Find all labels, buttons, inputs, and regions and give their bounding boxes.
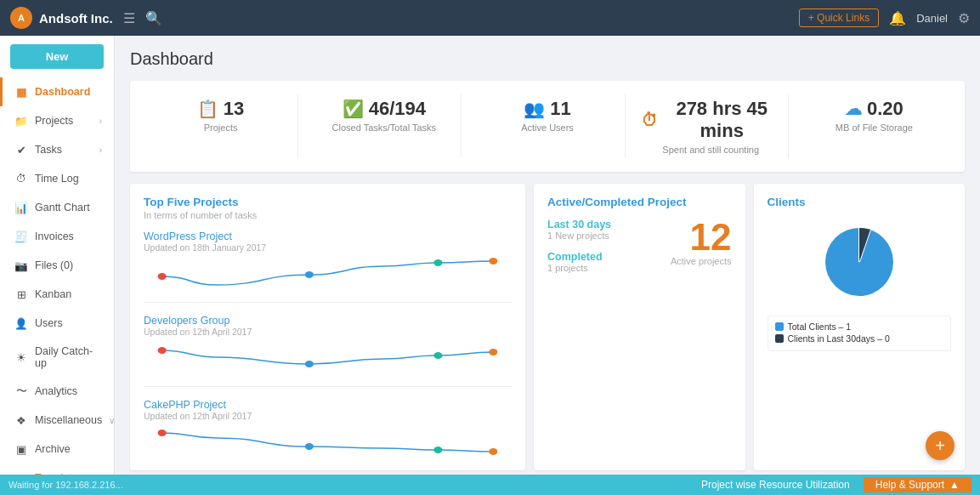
sidebar-label-analytics: Analytics xyxy=(35,385,77,397)
brand-icon: A xyxy=(10,7,32,29)
top-projects-panel: Top Five Projects In terms of number of … xyxy=(130,184,525,470)
stat-value-0: 📋 13 xyxy=(150,98,291,120)
sidebar-item-dailycatchup[interactable]: ☀ Daily Catch-up xyxy=(0,338,114,377)
chart-path-1 xyxy=(162,350,494,364)
page-title: Dashboard xyxy=(130,49,965,69)
sidebar-item-analytics[interactable]: 〜 Analytics xyxy=(0,377,114,406)
completed-sub: 1 projects xyxy=(547,263,611,273)
help-support-label: Help & Support xyxy=(875,479,944,491)
chart-path-0 xyxy=(162,261,494,285)
search-icon[interactable]: 🔍 xyxy=(145,10,162,26)
stat-number-3: 278 hrs 45 mins xyxy=(663,98,781,142)
sidebar-icon-misc: ❖ xyxy=(14,413,28,427)
chart-dot-2-1 xyxy=(305,443,314,450)
chart-svg-1 xyxy=(144,340,512,374)
sidebar-item-users[interactable]: 👤 Users xyxy=(0,309,114,338)
mini-chart-2 xyxy=(144,424,512,458)
sidebar-item-misc[interactable]: ❖ Miscellaneous ∨ xyxy=(0,406,114,435)
sidebar-item-gantt[interactable]: 📊 Gantt Chart xyxy=(0,193,114,222)
stat-value-1: ✅ 46/194 xyxy=(314,98,454,120)
waiting-text: Waiting for 192.168.2.216... xyxy=(8,480,688,490)
clients-panel: Clients Total Clients – 1 Clients in Las… xyxy=(754,184,966,470)
pie-chart xyxy=(768,215,952,309)
chart-dot-2-0 xyxy=(158,430,167,436)
stat-label-3: Spent and still counting xyxy=(641,145,781,155)
stat-number-4: 0.20 xyxy=(867,98,904,120)
sidebar-icon-files: 📷 xyxy=(14,259,28,272)
legend-label-0: Total Clients – 1 xyxy=(788,321,852,332)
completed-section: Completed 1 projects xyxy=(547,251,611,273)
sidebar-icon-gantt: 📊 xyxy=(14,201,28,214)
sidebar-arrow-tasks: › xyxy=(99,145,102,155)
active-projects-label: Active projects xyxy=(671,256,732,266)
sidebar-item-projects[interactable]: 📁 Projects › xyxy=(0,106,114,135)
chart-svg-0 xyxy=(144,256,512,290)
sidebar-icon-archive: ▣ xyxy=(14,442,28,456)
stat-value-2: 👥 11 xyxy=(477,98,617,120)
user-name: Daniel xyxy=(916,12,948,25)
sidebar-item-kanban[interactable]: ⊞ Kanban xyxy=(0,280,114,309)
sidebar-icon-timelog: ⏱ xyxy=(14,172,28,185)
sidebar-icon-kanban: ⊞ xyxy=(14,287,28,301)
sidebar-item-invoices[interactable]: 🧾 Invoices xyxy=(0,222,114,251)
sidebar-label-kanban: Kanban xyxy=(35,288,71,300)
legend-dot-0 xyxy=(775,322,784,331)
proj-name-2[interactable]: CakePHP Project xyxy=(144,399,512,411)
proj-date-2: Updated on 12th April 2017 xyxy=(144,411,512,421)
sidebar-label-tasks: Tasks xyxy=(35,144,62,156)
top-navigation: A Andsoft Inc. ☰ 🔍 + Quick Links 🔔 Danie… xyxy=(0,0,980,36)
sidebar-icon-dailycatchup: ☀ xyxy=(14,350,28,364)
sidebar-icon-projects: 📁 xyxy=(14,114,28,128)
quick-links-button[interactable]: + Quick Links xyxy=(799,9,879,27)
sidebar-item-archive[interactable]: ▣ Archive xyxy=(0,435,114,464)
main-content: Dashboard 📋 13 Projects ✅ 46/194 Closed … xyxy=(115,36,980,495)
project-util-text: Project wise Resource Utilization xyxy=(688,479,864,491)
last30-label: Last 30 days xyxy=(547,219,611,230)
clients-legend: Total Clients – 1 Clients in Last 30days… xyxy=(768,316,952,351)
sidebar-item-files[interactable]: 📷 Files (0) xyxy=(0,251,114,280)
legend-item-1: Clients in Last 30days – 0 xyxy=(775,333,944,344)
pie-svg xyxy=(813,215,906,309)
stat-label-2: Active Users xyxy=(477,122,617,133)
sidebar-icon-users: 👤 xyxy=(14,316,28,330)
chart-dot-0-2 xyxy=(433,259,442,266)
proj-name-0[interactable]: WordPress Project xyxy=(144,230,512,242)
stat-value-4: ☁ 0.20 xyxy=(804,98,944,120)
chart-dot-1-3 xyxy=(489,349,497,356)
sidebar-item-timelog[interactable]: ⏱ Time Log xyxy=(0,164,114,193)
sidebar-arrow-projects: › xyxy=(99,117,102,126)
stat-label-0: Projects xyxy=(150,122,291,133)
fab-button[interactable]: + xyxy=(926,431,955,460)
settings-icon[interactable]: ⚙ xyxy=(958,10,970,26)
legend-label-1: Clients in Last 30days – 0 xyxy=(788,333,890,344)
stat-number-2: 11 xyxy=(550,98,570,120)
bottom-row: Top Five Projects In terms of number of … xyxy=(130,184,965,470)
proj-name-1[interactable]: Developers Group xyxy=(144,315,512,327)
chart-svg-2 xyxy=(144,424,512,458)
sidebar-icon-analytics: 〜 xyxy=(14,384,28,398)
chart-dot-1-0 xyxy=(158,347,167,354)
sidebar-icon-dashboard: ▦ xyxy=(14,85,28,99)
bell-icon[interactable]: 🔔 xyxy=(889,10,906,26)
main-layout: New ▦ Dashboard 📁 Projects › ✔ Tasks › ⏱… xyxy=(0,36,980,495)
stat-number-1: 46/194 xyxy=(369,98,426,120)
chart-dot-0-1 xyxy=(305,271,314,278)
proj-date-0: Updated on 18th January 2017 xyxy=(144,242,512,253)
stat-number-0: 13 xyxy=(224,98,244,120)
sidebar-label-invoices: Invoices xyxy=(35,230,74,242)
sidebar-item-tasks[interactable]: ✔ Tasks › xyxy=(0,135,114,164)
stat-icon-0: 📋 xyxy=(197,99,218,119)
sidebar-item-dashboard[interactable]: ▦ Dashboard xyxy=(0,77,114,106)
mini-chart-1 xyxy=(144,340,512,374)
help-support-button[interactable]: Help & Support ▲ xyxy=(864,477,972,492)
brand-logo: A Andsoft Inc. xyxy=(10,7,113,29)
hamburger-icon[interactable]: ☰ xyxy=(123,10,135,26)
chart-dot-0-3 xyxy=(489,258,497,265)
last30-sub: 1 New projects xyxy=(547,230,611,241)
stat-value-3: ⏱ 278 hrs 45 mins xyxy=(641,98,781,142)
sidebar-arrow-misc: ∨ xyxy=(109,416,115,425)
stat-label-4: MB of File Storage xyxy=(804,122,944,133)
new-button[interactable]: New xyxy=(10,44,104,69)
project-line-1: Developers Group Updated on 12th April 2… xyxy=(144,315,512,387)
sidebar-label-archive: Archive xyxy=(35,443,71,455)
